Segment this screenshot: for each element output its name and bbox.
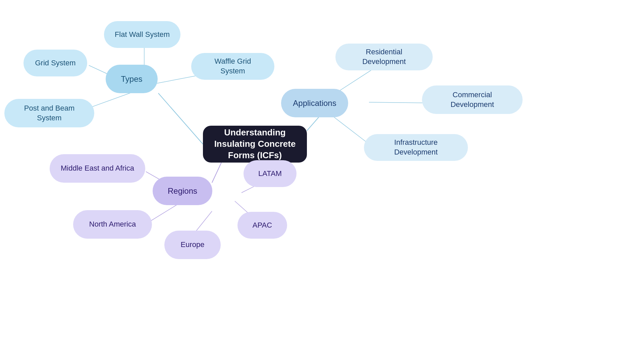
svg-line-0 — [158, 93, 203, 144]
latam-node[interactable]: LATAM — [244, 160, 297, 187]
flat-wall-system-node[interactable]: Flat Wall System — [104, 21, 180, 48]
svg-line-9 — [212, 163, 221, 183]
types-node[interactable]: Types — [106, 65, 158, 93]
applications-node[interactable]: Applications — [281, 89, 348, 117]
europe-node[interactable]: Europe — [164, 231, 221, 259]
post-and-beam-system-node[interactable]: Post and Beam System — [4, 99, 94, 127]
svg-line-14 — [195, 211, 212, 233]
waffle-grid-system-node[interactable]: Waffle Grid System — [191, 53, 274, 80]
regions-node[interactable]: Regions — [153, 177, 212, 205]
center-node: Understanding Insulating Concrete Forms … — [203, 126, 307, 163]
middle-east-africa-node[interactable]: Middle East and Africa — [50, 154, 145, 183]
svg-line-7 — [369, 102, 426, 103]
grid-system-node[interactable]: Grid System — [23, 50, 87, 76]
commercial-development-node[interactable]: Commercial Development — [422, 85, 523, 114]
north-america-node[interactable]: North America — [73, 210, 152, 239]
residential-development-node[interactable]: Residential Development — [335, 44, 433, 70]
apac-node[interactable]: APAC — [237, 212, 287, 239]
infrastructure-development-node[interactable]: Infrastructure Development — [364, 134, 468, 161]
